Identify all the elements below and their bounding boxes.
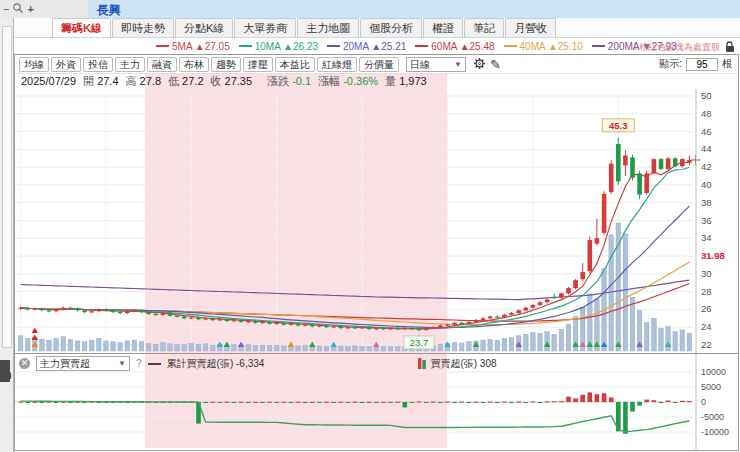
zoom-in-button[interactable]: +: [27, 3, 33, 15]
indicator-select[interactable]: 主力買賣超▼: [36, 356, 130, 371]
change-value: -0.1: [292, 75, 311, 87]
svg-text:22: 22: [701, 339, 712, 350]
toolbar-button-8[interactable]: 本益比: [275, 57, 315, 72]
tab-3[interactable]: 大單券商: [234, 18, 296, 37]
bar-unit-label: 根: [722, 57, 732, 71]
tab-5[interactable]: 個股分析: [360, 18, 422, 37]
svg-text:28: 28: [701, 286, 712, 297]
tab-6[interactable]: 權證: [423, 18, 463, 37]
svg-text:38: 38: [701, 197, 712, 208]
toolbar-button-5[interactable]: 布林: [179, 57, 209, 72]
svg-text:5000: 5000: [701, 382, 721, 392]
price-chart-svg[interactable]: 45.323.750484644424038363431.98302826242…: [15, 89, 739, 353]
svg-text:45.3: 45.3: [609, 120, 628, 131]
display-count-control: 顯示: 根: [659, 57, 732, 71]
svg-text:0: 0: [701, 397, 706, 407]
svg-text:48: 48: [701, 108, 712, 119]
svg-text:46: 46: [701, 126, 712, 137]
svg-text:34: 34: [701, 232, 712, 243]
toolbar-button-6[interactable]: 趨勢: [211, 57, 241, 72]
svg-text:42: 42: [701, 161, 712, 172]
tab-1[interactable]: 即時走勢: [112, 18, 174, 37]
svg-text:40: 40: [701, 179, 712, 190]
svg-text:31.98: 31.98: [701, 250, 725, 261]
high-annotation: 45.3: [602, 119, 634, 132]
collapse-arrow-icon[interactable]: ◀: [4, 370, 11, 380]
stock-title: 長興: [97, 2, 121, 19]
svg-text:10000: 10000: [701, 367, 726, 377]
ma-legend-item-2: 20MA ▲25.21: [327, 41, 406, 52]
info-date: 2025/07/29: [21, 75, 76, 87]
period-select[interactable]: 日線▼: [406, 57, 466, 72]
ohlc-info-row: 2025/07/29 開 27.4 高 27.8 低 27.2 收 27.35 …: [15, 73, 738, 89]
toolbar-button-9[interactable]: 紅綠燈: [317, 57, 357, 72]
toolbar-button-10[interactable]: 分價量: [359, 57, 399, 72]
toolbar-button-3[interactable]: 主力: [115, 57, 145, 72]
magnifier-icon: [12, 2, 24, 16]
svg-text:30: 30: [701, 268, 712, 279]
toolbar-button-0[interactable]: 均線: [19, 57, 49, 72]
display-label: 顯示:: [659, 57, 682, 71]
zoom-controls: − +: [3, 1, 34, 17]
svg-text:44: 44: [701, 143, 712, 154]
volume-value: 1,973: [399, 75, 427, 87]
top-strip: − + 長興: [0, 0, 740, 19]
title-band: [88, 0, 740, 18]
ma-legend-item-4: 40MA ▲25.10: [504, 41, 583, 52]
chart-toolbar: 均線外資投信主力融資布林趨勢撐壓本益比紅綠燈分價量 日線▼ ✎ 顯示: 根: [15, 55, 738, 74]
tab-7[interactable]: 筆記: [464, 18, 504, 37]
chart-frame: 均線外資投信主力融資布林趨勢撐壓本益比紅綠燈分價量 日線▼ ✎ 顯示: 根 20…: [14, 54, 739, 451]
chevron-down-icon: ▼: [454, 59, 462, 70]
toolbar-button-4[interactable]: 融資: [147, 57, 177, 72]
low-value: 27.2: [182, 75, 203, 87]
cumulative-line: [21, 401, 690, 432]
line-legend-swatch: [148, 363, 161, 365]
left-panel-sliver: ◀: [0, 18, 14, 452]
tab-8[interactable]: 月營收: [505, 18, 556, 37]
svg-text:24: 24: [701, 321, 712, 332]
toolbar-button-1[interactable]: 外資: [51, 57, 81, 72]
cumulative-value: -6,334: [236, 358, 264, 369]
indicator-header: ✕ 主力買賣超▼ ? 累計買賣超(張) -6,334 買賣超(張) 308: [19, 356, 497, 371]
settings-gear-icon[interactable]: [473, 57, 486, 72]
ma-legend-item-0: 5MA ▲27.05: [156, 41, 230, 52]
open-value: 27.4: [97, 75, 118, 87]
net-buy-value: 308: [480, 358, 497, 369]
svg-text:-5000: -5000: [701, 412, 724, 422]
left-panel-scrollbar[interactable]: [2, 26, 12, 348]
price-axis-labels: 50484644424038363431.983028262422: [696, 89, 725, 353]
ma-legend-item-3: 60MA ▲25.48: [415, 41, 494, 52]
indicator-axis-labels: 1000050000-5000-10000: [696, 354, 729, 451]
close-icon[interactable]: ✕: [19, 358, 30, 369]
net-buy-bars: [18, 392, 691, 433]
change-pct-value: -0.36%: [343, 75, 378, 87]
chevron-down-icon: ▼: [118, 358, 126, 369]
svg-text:23.7: 23.7: [410, 337, 429, 348]
lower-indicator-pane: 1000050000-5000-10000 ✕ 主力買賣超▼ ? 累計買賣超(張…: [15, 353, 738, 450]
tab-bar: 籌碼K線即時走勢分點K線大單券商主力地圖個股分析權證筆記月營收: [14, 18, 740, 38]
help-icon[interactable]: ?: [136, 358, 142, 369]
bar-count-input[interactable]: [686, 58, 718, 71]
tab-2[interactable]: 分點K線: [175, 18, 233, 37]
svg-text:50: 50: [701, 90, 712, 101]
tab-0[interactable]: 籌碼K線: [52, 18, 111, 37]
svg-text:26: 26: [701, 303, 712, 314]
svg-text:-10000: -10000: [701, 427, 729, 437]
low-annotation: 23.7: [404, 336, 434, 349]
tab-4[interactable]: 主力地圖: [297, 18, 359, 37]
toolbar-button-2[interactable]: 投信: [83, 57, 113, 72]
toolbar-button-7[interactable]: 撐壓: [243, 57, 273, 72]
app-window: − + 長興 ◀ 籌碼K線即時走勢分點K線大單券商主力地圖個股分析權證筆記月營收…: [0, 0, 740, 452]
pink-zone-note: ①粉紅色區塊為處置股: [631, 41, 720, 54]
svg-text:36: 36: [701, 215, 712, 226]
high-value: 27.8: [140, 75, 161, 87]
toolbar-buttons: 均線外資投信主力融資布林趨勢撐壓本益比紅綠燈分價量: [19, 57, 399, 72]
ma-legend-item-1: 10MA ▲26.23: [239, 41, 318, 52]
bar-legend-icon: [418, 358, 426, 369]
close-value: 27.35: [225, 75, 253, 87]
zoom-out-button[interactable]: −: [3, 3, 9, 15]
draw-pencil-icon[interactable]: ✎: [490, 57, 501, 72]
crosshair-marker: [690, 155, 700, 165]
